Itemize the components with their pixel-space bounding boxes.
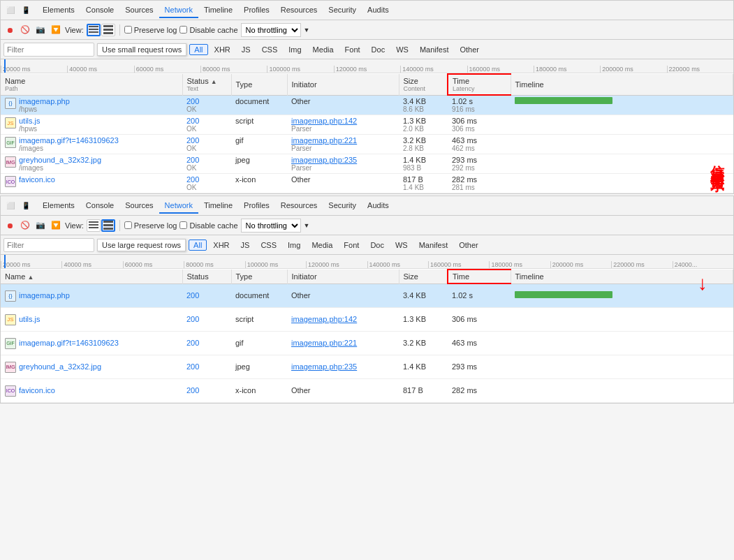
filter-js[interactable]: JS: [237, 44, 256, 55]
table-row[interactable]: GIF imagemap.gif?t=1463109623 /images 20…: [1, 135, 733, 154]
table-row[interactable]: {} imagemap.php 200documentOther3.4 KB1.…: [1, 283, 733, 307]
filter-media[interactable]: Media: [308, 44, 339, 55]
bottom-nav-resources[interactable]: Resources: [275, 198, 323, 214]
table-row[interactable]: {} imagemap.php /hpws 200 OKdocumentOthe…: [1, 95, 733, 115]
nav-audits[interactable]: Audits: [362, 3, 395, 18]
disable-cache-label[interactable]: Disable cache: [179, 26, 237, 34]
preserve-log-label[interactable]: Preserve log: [124, 26, 177, 34]
bottom-filter-media[interactable]: Media: [307, 240, 337, 251]
disable-cache-checkbox[interactable]: [179, 26, 187, 34]
bottom-nav-sources[interactable]: Sources: [119, 198, 159, 214]
large-rows-button[interactable]: [101, 24, 115, 36]
bottom-filter-all[interactable]: All: [189, 240, 207, 251]
nav-console[interactable]: Console: [80, 3, 119, 18]
bottom-clear-button[interactable]: 🚫: [19, 219, 31, 232]
bottom-nav-profiles[interactable]: Profiles: [238, 198, 275, 214]
bottom-th-status[interactable]: Status: [182, 270, 231, 283]
bottom-filter-manifest[interactable]: Manifest: [414, 240, 453, 251]
filter-manifest[interactable]: Manifest: [415, 44, 454, 55]
bottom-nav-elements[interactable]: Elements: [37, 198, 80, 214]
th-initiator[interactable]: Initiator: [287, 74, 399, 95]
nav-network[interactable]: Network: [159, 3, 198, 18]
bottom-filter-ws[interactable]: WS: [390, 240, 413, 251]
bottom-disable-cache-checkbox[interactable]: [179, 221, 187, 229]
filter-button[interactable]: 🔽: [50, 24, 62, 36]
bottom-camera-button[interactable]: 📷: [34, 219, 47, 232]
bottom-preserve-log-label[interactable]: Preserve log: [124, 221, 177, 230]
bottom-th-name[interactable]: Name ▲: [1, 270, 182, 283]
bottom-th-timeline[interactable]: Timeline: [511, 270, 733, 283]
th-name[interactable]: Name Path: [1, 74, 182, 95]
filter-doc[interactable]: Doc: [367, 44, 390, 55]
nav-timeline[interactable]: Timeline: [198, 3, 238, 18]
bottom-inspect-icon[interactable]: ⬜: [3, 199, 17, 213]
bottom-nav-security[interactable]: Security: [323, 198, 362, 214]
initiator-link[interactable]: imagemap.php:142: [291, 315, 357, 323]
throttle-select[interactable]: No throttling: [241, 23, 301, 37]
bottom-disable-cache-label[interactable]: Disable cache: [179, 221, 237, 230]
bottom-filter-other[interactable]: Other: [454, 240, 483, 251]
bottom-filter-css[interactable]: CSS: [256, 240, 281, 251]
top-filter-input[interactable]: [3, 43, 94, 57]
table-row[interactable]: IMG greyhound_a_32x32.jpg 200jpegimagema…: [1, 355, 733, 378]
bottom-filter-input[interactable]: [3, 238, 94, 252]
bottom-filter-img[interactable]: Img: [283, 240, 305, 251]
th-type[interactable]: Type: [231, 74, 287, 95]
nav-sources[interactable]: Sources: [119, 3, 159, 18]
th-timeline[interactable]: Timeline: [511, 74, 733, 95]
filter-ws[interactable]: WS: [391, 44, 413, 55]
th-status[interactable]: Status ▲Text: [182, 74, 231, 95]
table-row[interactable]: IMG greyhound_a_32x32.jpg /images 200 OK…: [1, 154, 733, 174]
small-rows-button[interactable]: [87, 24, 101, 36]
nav-elements[interactable]: Elements: [37, 3, 80, 18]
bottom-filter-js[interactable]: JS: [236, 240, 255, 251]
nav-profiles[interactable]: Profiles: [238, 3, 275, 18]
filter-all[interactable]: All: [189, 44, 207, 55]
bottom-preserve-log-checkbox[interactable]: [124, 221, 132, 229]
bottom-filter-xhr[interactable]: XHR: [208, 240, 234, 251]
filter-font[interactable]: Font: [340, 44, 365, 55]
filter-css[interactable]: CSS: [257, 44, 283, 55]
table-row[interactable]: ICO favicon.ico 200x-iconOther817 B282 m…: [1, 378, 733, 402]
table-row[interactable]: JS utils.js 200scriptimagemap.php:1421.3…: [1, 307, 733, 331]
th-size[interactable]: Size Content: [399, 74, 448, 95]
bottom-filter-font[interactable]: Font: [339, 240, 364, 251]
preserve-log-checkbox[interactable]: [124, 26, 132, 34]
bottom-throttle-select[interactable]: No throttling: [241, 219, 301, 233]
bottom-th-time[interactable]: Time: [448, 270, 511, 283]
bottom-large-rows-button[interactable]: [101, 219, 115, 232]
bottom-record-button[interactable]: ⏺: [3, 219, 16, 232]
bottom-th-initiator[interactable]: Initiator: [287, 270, 399, 283]
clear-button[interactable]: 🚫: [19, 24, 31, 36]
table-row[interactable]: ICO favicon.ico 200 OKx-iconOther817 B 1…: [1, 174, 733, 193]
bottom-th-size[interactable]: Size: [399, 270, 448, 283]
table-row[interactable]: JS utils.js /hpws 200 OKscriptimagemap.p…: [1, 115, 733, 135]
camera-button[interactable]: 📷: [34, 24, 47, 36]
bottom-small-rows-button[interactable]: [87, 219, 101, 232]
device-icon[interactable]: 📱: [19, 3, 33, 17]
file-icon: JS: [5, 314, 16, 325]
status-cell: 200 OK: [182, 174, 231, 193]
bottom-nav-console[interactable]: Console: [80, 198, 119, 214]
initiator-link[interactable]: imagemap.php:221: [291, 136, 357, 145]
initiator-link[interactable]: imagemap.php:142: [291, 117, 357, 125]
bottom-nav-network[interactable]: Network: [159, 198, 198, 214]
initiator-link[interactable]: imagemap.php:235: [291, 156, 357, 164]
record-button[interactable]: ⏺: [3, 24, 16, 36]
inspect-icon[interactable]: ⬜: [3, 3, 17, 17]
initiator-link[interactable]: imagemap.php:235: [291, 362, 357, 371]
nav-security[interactable]: Security: [323, 3, 362, 18]
nav-resources[interactable]: Resources: [275, 3, 323, 18]
bottom-filter-button[interactable]: 🔽: [50, 219, 62, 232]
filter-img[interactable]: Img: [284, 44, 306, 55]
filter-other[interactable]: Other: [455, 44, 484, 55]
bottom-th-type[interactable]: Type: [231, 270, 287, 283]
table-row[interactable]: GIF imagemap.gif?t=1463109623 200gifimag…: [1, 331, 733, 355]
bottom-nav-timeline[interactable]: Timeline: [198, 198, 238, 214]
bottom-device-icon[interactable]: 📱: [19, 199, 33, 213]
bottom-filter-doc[interactable]: Doc: [365, 240, 389, 251]
th-time[interactable]: TimeLatency: [448, 74, 511, 95]
initiator-link[interactable]: imagemap.php:221: [291, 339, 357, 347]
bottom-nav-audits[interactable]: Audits: [362, 198, 395, 214]
filter-xhr[interactable]: XHR: [210, 44, 235, 55]
